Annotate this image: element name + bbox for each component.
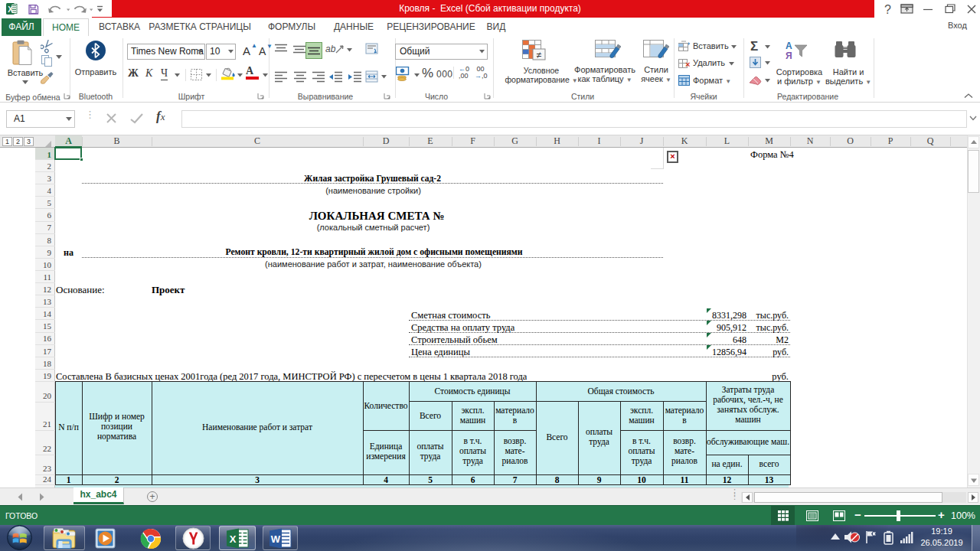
svg-text:≠: ≠ (537, 50, 542, 60)
svg-text:А: А (786, 41, 792, 51)
svg-text:X: X (8, 5, 13, 14)
svg-text:X: X (230, 533, 237, 545)
svg-text:×: × (685, 60, 690, 69)
svg-text:W: W (271, 533, 281, 545)
svg-text:?: ? (884, 3, 891, 16)
svg-text:Я: Я (786, 51, 792, 61)
